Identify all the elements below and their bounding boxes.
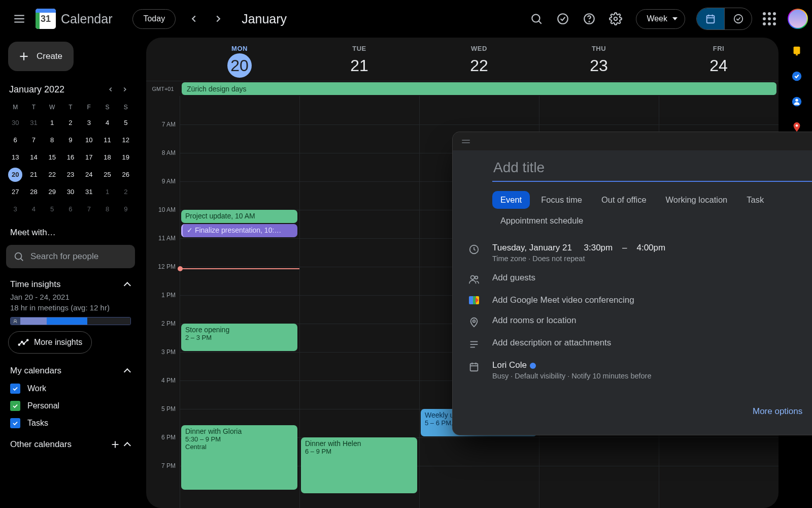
mini-day[interactable]: 1 [100, 185, 115, 199]
search-button[interactable] [524, 7, 549, 31]
account-avatar[interactable] [788, 9, 808, 29]
mini-day[interactable]: 30 [63, 185, 78, 199]
day-header[interactable]: MON20 [180, 43, 299, 81]
mini-day[interactable]: 5 [45, 202, 59, 216]
event-type-chip[interactable]: Event [492, 191, 530, 209]
event-type-chip[interactable]: Appointment schedule [492, 212, 591, 230]
event-type-chip[interactable]: Out of office [593, 191, 655, 209]
next-period-button[interactable] [206, 7, 230, 31]
today-button[interactable]: Today [132, 9, 176, 29]
mini-day[interactable]: 8 [45, 133, 59, 147]
event-type-chip[interactable]: Working location [658, 191, 736, 209]
mini-day[interactable]: 12 [119, 133, 133, 147]
day-header[interactable]: WED22 [419, 43, 539, 81]
mini-day[interactable]: 13 [8, 150, 22, 165]
mini-day[interactable]: 14 [26, 150, 41, 165]
mini-day[interactable]: 21 [26, 168, 41, 182]
google-apps-button[interactable] [757, 7, 782, 31]
search-people-input[interactable]: Search for people [6, 245, 135, 268]
event-type-chip[interactable]: Focus time [533, 191, 590, 209]
calendar-view-toggle[interactable] [697, 8, 724, 29]
mini-day[interactable]: 17 [82, 150, 96, 165]
day-header[interactable]: FRI24 [659, 43, 779, 81]
view-switcher[interactable]: Week [636, 9, 685, 29]
maps-icon[interactable] [791, 121, 803, 133]
mini-day[interactable]: 6 [63, 202, 78, 216]
task-view-toggle[interactable] [724, 8, 752, 29]
collapse-my-calendars-button[interactable] [126, 366, 131, 376]
calendar-event[interactable]: Dinner with Helen6 – 9 PM [301, 437, 417, 493]
mini-day[interactable]: 7 [26, 133, 41, 147]
calendar-list-item[interactable]: Tasks [6, 415, 135, 432]
create-button[interactable]: Create [8, 42, 74, 71]
more-options-button[interactable]: More options [753, 406, 802, 417]
calendar-event[interactable]: ✓ Finalize presentation, 10:… [181, 224, 297, 237]
mini-day[interactable]: 6 [8, 133, 22, 147]
mini-day[interactable]: 23 [63, 168, 78, 182]
mini-day[interactable]: 5 [119, 116, 133, 130]
mini-day[interactable]: 16 [63, 150, 78, 165]
mini-day[interactable]: 31 [82, 185, 96, 199]
calendar-event[interactable]: Store opening2 – 3 PM [181, 324, 297, 351]
drag-handle-icon[interactable] [462, 140, 470, 143]
event-recurrence[interactable]: Time zone · Does not repeat [492, 255, 812, 263]
mini-day[interactable]: 2 [63, 116, 78, 130]
event-type-chip[interactable]: Task [738, 191, 772, 209]
tasks-icon[interactable] [791, 70, 803, 82]
calendar-checkbox[interactable] [10, 384, 20, 394]
mini-day[interactable]: 15 [45, 150, 59, 165]
day-header[interactable]: THU23 [539, 43, 659, 81]
settings-button[interactable] [603, 7, 628, 31]
add-guests-button[interactable]: Add guests [492, 273, 812, 283]
allday-event[interactable]: Zürich design days [182, 82, 776, 95]
calendar-event[interactable]: Project update, 10 AM [181, 210, 297, 223]
help-button[interactable] [577, 7, 601, 31]
mini-day[interactable]: 3 [8, 202, 22, 216]
calendar-event[interactable]: Dinner with Gloria5:30 – 9 PMCentral [181, 425, 297, 490]
prev-period-button[interactable] [182, 7, 206, 31]
day-header[interactable]: TUE21 [299, 43, 419, 81]
day-column[interactable]: Project update, 10 AM✓ Finalize presenta… [180, 96, 299, 508]
mini-prev-button[interactable] [104, 82, 118, 97]
day-column[interactable]: Dinner with Helen6 – 9 PM [299, 96, 419, 508]
mini-day[interactable]: 24 [82, 168, 96, 182]
mini-day[interactable]: 25 [100, 168, 115, 182]
mini-day[interactable]: 18 [100, 150, 115, 165]
collapse-insights-button[interactable] [126, 279, 131, 290]
add-calendar-button[interactable] [110, 439, 121, 450]
mini-day[interactable]: 9 [63, 133, 78, 147]
mini-day[interactable]: 26 [119, 168, 133, 182]
mini-day[interactable]: 8 [100, 202, 115, 216]
mini-day[interactable]: 22 [45, 168, 59, 182]
mini-day[interactable]: 29 [45, 185, 59, 199]
calendar-list-item[interactable]: Work [6, 380, 135, 397]
mini-day[interactable]: 30 [8, 116, 22, 130]
mini-day[interactable]: 11 [100, 133, 115, 147]
mini-day[interactable]: 20 [8, 168, 22, 182]
mini-day[interactable]: 27 [8, 185, 22, 199]
mini-day[interactable]: 10 [82, 133, 96, 147]
mini-day[interactable]: 2 [119, 185, 133, 199]
mini-day[interactable]: 7 [82, 202, 96, 216]
event-visibility[interactable]: Busy · Default visibility · Notify 10 mi… [492, 372, 812, 380]
calendar-list-item[interactable]: Personal [6, 397, 135, 415]
calendar-checkbox[interactable] [10, 418, 20, 428]
tasks-button[interactable] [551, 7, 575, 31]
mini-day[interactable]: 4 [100, 116, 115, 130]
event-owner[interactable]: Lori Cole [492, 360, 812, 370]
contacts-icon[interactable] [791, 96, 803, 108]
main-menu-button[interactable] [7, 7, 31, 31]
add-location-button[interactable]: Add rooms or location [492, 315, 812, 326]
add-description-button[interactable]: Add description or attachments [492, 338, 812, 348]
mini-day[interactable]: 31 [26, 116, 41, 130]
collapse-other-calendars-button[interactable] [126, 439, 131, 450]
mini-day[interactable]: 1 [45, 116, 59, 130]
mini-next-button[interactable] [118, 82, 132, 97]
event-title-input[interactable] [492, 155, 812, 182]
add-meet-button[interactable]: Add Google Meet video conferencing [492, 295, 812, 305]
event-datetime[interactable]: Tuesday, January 21 3:30pm – 4:00pm [492, 243, 812, 253]
calendar-checkbox[interactable] [10, 401, 20, 411]
keep-icon[interactable] [791, 45, 803, 57]
mini-day[interactable]: 3 [82, 116, 96, 130]
mini-day[interactable]: 19 [119, 150, 133, 165]
